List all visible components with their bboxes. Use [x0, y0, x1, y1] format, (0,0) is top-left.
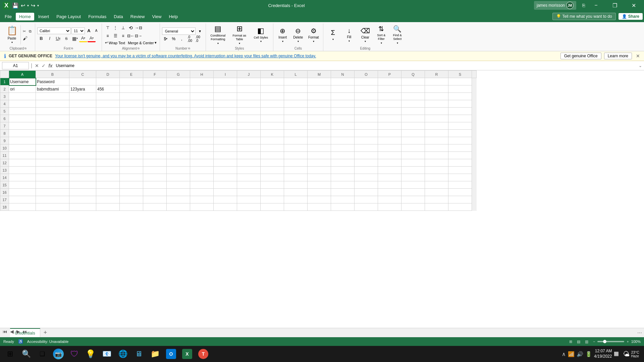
sheet-cell[interactable] — [120, 174, 143, 181]
sheet-cell[interactable] — [167, 181, 190, 189]
sheet-cell[interactable] — [143, 196, 167, 203]
italic-button[interactable]: I — [46, 35, 54, 42]
cut-button[interactable]: ✂ — [21, 28, 27, 35]
sheet-cell[interactable] — [167, 115, 190, 122]
task-view-button[interactable]: ❑ — [35, 347, 50, 361]
sheet-cell[interactable] — [143, 167, 167, 174]
sheet-cell[interactable] — [69, 196, 96, 203]
sheet-cell[interactable] — [448, 93, 472, 100]
sheet-cell[interactable] — [69, 159, 96, 167]
sheet-cell[interactable] — [36, 130, 69, 137]
sheet-cell[interactable] — [214, 189, 237, 196]
sheet-cell[interactable] — [9, 152, 36, 159]
taskbar-app-browser[interactable]: 🛡 — [67, 347, 82, 361]
sheet-cell[interactable] — [96, 78, 120, 85]
sheet-cell[interactable] — [96, 203, 120, 211]
sheet-cell[interactable] — [448, 203, 472, 211]
sheet-cell[interactable] — [308, 115, 331, 122]
sheet-cell[interactable] — [214, 108, 237, 115]
sheet-cell[interactable] — [261, 144, 284, 152]
sheet-cell[interactable] — [237, 78, 261, 85]
sheet-cell[interactable] — [120, 122, 143, 130]
sheet-cell[interactable] — [261, 115, 284, 122]
sheet-cell[interactable] — [401, 174, 425, 181]
sheet-cell[interactable] — [331, 85, 355, 93]
sheet-cell[interactable] — [167, 122, 190, 130]
sheet-cell[interactable] — [355, 196, 378, 203]
col-header-b[interactable]: B — [36, 71, 69, 78]
sheet-cell[interactable] — [261, 189, 284, 196]
sheet-cell[interactable] — [69, 115, 96, 122]
col-header-o[interactable]: O — [355, 71, 378, 78]
start-button[interactable]: ⊞ — [3, 347, 17, 361]
col-header-h[interactable]: H — [190, 71, 214, 78]
zoom-out-button[interactable]: − — [592, 339, 596, 344]
normal-view-button[interactable]: ⊞ — [568, 339, 573, 345]
sheet-cell[interactable] — [331, 93, 355, 100]
sheet-cell[interactable] — [96, 115, 120, 122]
sheet-cell[interactable] — [355, 78, 378, 85]
zoom-in-button[interactable]: + — [626, 339, 630, 344]
sheet-cell[interactable] — [9, 100, 36, 108]
sheet-cell[interactable] — [9, 137, 36, 144]
sheet-cell[interactable] — [261, 159, 284, 167]
sheet-cell[interactable] — [120, 115, 143, 122]
sheet-cell[interactable] — [237, 93, 261, 100]
sheet-cell[interactable] — [331, 181, 355, 189]
menu-data[interactable]: Data — [110, 13, 126, 20]
sheet-cell[interactable] — [401, 181, 425, 189]
sheet-cell[interactable] — [355, 181, 378, 189]
sheet-cell[interactable] — [261, 130, 284, 137]
sheet-nav-next-button[interactable]: ▶ — [15, 328, 21, 335]
row-header-9[interactable]: 9 — [0, 137, 9, 144]
sheet-cell[interactable] — [401, 85, 425, 93]
sheet-cell[interactable] — [96, 93, 120, 100]
sheet-cell[interactable] — [237, 115, 261, 122]
underline-button[interactable]: U ▾ — [54, 35, 62, 42]
comma-button[interactable]: , — [178, 36, 185, 42]
sheet-cell[interactable] — [167, 130, 190, 137]
sheet-cell[interactable] — [36, 174, 69, 181]
number-format-select[interactable]: General — [162, 27, 196, 35]
sheet-cell[interactable] — [167, 203, 190, 211]
right-align-button[interactable]: ≡ — [119, 32, 127, 40]
sheet-cell[interactable] — [120, 181, 143, 189]
sheet-cell[interactable] — [284, 122, 308, 130]
row-header-4[interactable]: 4 — [0, 100, 9, 108]
col-header-q[interactable]: Q — [401, 71, 425, 78]
row-header-12[interactable]: 12 — [0, 159, 9, 167]
sheet-cell[interactable] — [331, 144, 355, 152]
sheet-cell[interactable] — [378, 108, 401, 115]
sheet-cell[interactable] — [284, 108, 308, 115]
sheet-cell[interactable] — [96, 181, 120, 189]
sheet-cell[interactable] — [448, 137, 472, 144]
sheet-cell[interactable] — [143, 115, 167, 122]
sheet-cell[interactable] — [355, 130, 378, 137]
sheet-cell[interactable] — [143, 159, 167, 167]
sheet-cell[interactable] — [425, 167, 448, 174]
sheet-cell[interactable] — [237, 167, 261, 174]
sheet-cell[interactable] — [448, 85, 472, 93]
sheet-cell[interactable] — [96, 144, 120, 152]
sheet-cell[interactable] — [308, 152, 331, 159]
sound-icon[interactable]: 🔊 — [577, 351, 583, 357]
sheet-cell[interactable] — [261, 137, 284, 144]
sheet-cell[interactable] — [120, 167, 143, 174]
sheet-cell[interactable] — [167, 137, 190, 144]
sheet-cell[interactable] — [120, 159, 143, 167]
sheet-cell[interactable] — [425, 174, 448, 181]
sheet-cell[interactable] — [120, 152, 143, 159]
sheet-cell[interactable] — [69, 130, 96, 137]
clipboard-expand-icon[interactable]: ⧉ — [24, 47, 26, 50]
sheet-cell[interactable] — [308, 196, 331, 203]
sheet-cell[interactable] — [331, 122, 355, 130]
sheet-cell[interactable] — [261, 203, 284, 211]
share-button[interactable]: 👤 Share — [619, 13, 643, 20]
sheet-cell[interactable] — [448, 167, 472, 174]
sheet-cell[interactable] — [190, 85, 214, 93]
sheet-cell[interactable] — [331, 159, 355, 167]
sheet-cell[interactable] — [401, 115, 425, 122]
sheet-cell[interactable] — [120, 196, 143, 203]
sheet-cell[interactable] — [378, 85, 401, 93]
sheet-cell[interactable] — [448, 196, 472, 203]
